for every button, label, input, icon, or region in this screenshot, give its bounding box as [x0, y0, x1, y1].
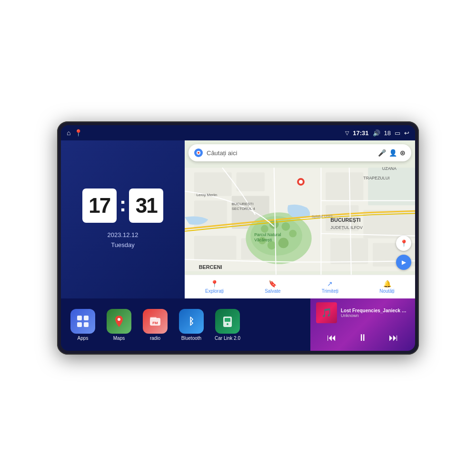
bottom-section: Apps Maps — [61, 298, 415, 351]
time-display: 17:31 — [353, 129, 368, 137]
svg-point-39 — [198, 152, 199, 154]
map-nav-explore[interactable]: 📍 Explorați — [205, 280, 224, 294]
music-thumb-art: 🎵 — [316, 302, 337, 323]
svg-point-20 — [278, 238, 289, 248]
app-icon-radio[interactable]: FM radio — [141, 309, 169, 341]
music-player: 🎵 Lost Frequencies_Janieck Devy-... Unkn… — [310, 298, 415, 351]
svg-point-16 — [261, 225, 268, 233]
maps-status-icon[interactable]: 📍 — [74, 129, 82, 137]
svg-text:ᛒ: ᛒ — [188, 316, 194, 327]
clock-minute: 31 — [129, 188, 163, 223]
app-icons-area: Apps Maps — [61, 298, 310, 351]
map-bottom-bar: 📍 Explorați 🔖 Salvate ↗ Trimiteți 🔔 — [185, 275, 415, 298]
music-controls: ⏮ ⏸ ⏭ — [316, 328, 409, 347]
voice-search-icon[interactable]: 🎤 — [378, 149, 386, 157]
home-icon[interactable]: ⌂ — [67, 129, 70, 137]
app-icon-apps[interactable]: Apps — [69, 309, 97, 341]
svg-rect-12 — [330, 238, 368, 264]
map-search-bar[interactable]: Căutați aici 🎤 👤 ⊛ — [188, 144, 411, 161]
svg-text:Parcul Natural: Parcul Natural — [254, 232, 281, 237]
svg-text:SECTORUL 4: SECTORUL 4 — [232, 207, 256, 211]
svg-point-18 — [281, 222, 290, 231]
maps-icon-img — [107, 309, 131, 334]
device-outer: ⌂ 📍 ▽ 17:31 🔊 18 ▭ ↩ 17 : — [57, 121, 419, 355]
svg-text:BUCUREȘTI: BUCUREȘTI — [330, 217, 360, 223]
svg-rect-8 — [326, 172, 363, 200]
svg-text:TRAPEZULUI: TRAPEZULUI — [363, 176, 389, 180]
music-thumbnail: 🎵 — [316, 302, 337, 323]
map-search-right: 🎤 👤 ⊛ — [378, 149, 406, 157]
prev-button[interactable]: ⏮ — [324, 330, 339, 345]
map-nav-send[interactable]: ↗ Trimiteți — [322, 280, 338, 294]
clock-date: 2023.12.12 Tuesday — [107, 230, 138, 250]
svg-text:UZANA: UZANA — [382, 166, 397, 171]
clock-separator: : — [119, 192, 127, 216]
svg-point-24 — [299, 180, 303, 184]
top-section: 17 : 31 2023.12.12 Tuesday — [61, 140, 415, 298]
app-icon-carlink[interactable]: Car Link 2.0 — [213, 309, 242, 341]
battery-icon: ▭ — [395, 129, 400, 137]
bluetooth-icon-img: ᛒ — [179, 309, 204, 334]
music-top: 🎵 Lost Frequencies_Janieck Devy-... Unkn… — [316, 302, 409, 323]
svg-text:JUDEȚUL ILFOV: JUDEȚUL ILFOV — [330, 225, 363, 230]
svg-rect-43 — [84, 322, 89, 327]
clock-panel: 17 : 31 2023.12.12 Tuesday — [61, 140, 185, 298]
radio-label: radio — [150, 336, 160, 341]
map-nav-news[interactable]: 🔔 Noutăți — [379, 280, 395, 294]
location-button[interactable]: 📍 — [396, 236, 411, 251]
volume-level: 18 — [384, 129, 391, 137]
svg-text:FM: FM — [152, 321, 158, 325]
status-left: ⌂ 📍 — [67, 129, 82, 137]
svg-rect-9 — [368, 168, 415, 205]
apps-label: Apps — [78, 336, 89, 341]
svg-text:Leroy Merlin: Leroy Merlin — [197, 193, 217, 197]
account-icon[interactable]: 👤 — [389, 149, 397, 157]
music-info: Lost Frequencies_Janieck Devy-... Unknow… — [341, 308, 409, 318]
svg-rect-40 — [77, 316, 82, 320]
svg-text:Văcărești: Văcărești — [254, 238, 272, 242]
svg-rect-50 — [225, 318, 230, 322]
navigate-button[interactable]: ▶ — [396, 255, 411, 270]
svg-point-19 — [289, 230, 297, 238]
svg-rect-6 — [194, 236, 237, 259]
music-title: Lost Frequencies_Janieck Devy-... — [341, 308, 409, 313]
status-bar: ⌂ 📍 ▽ 17:31 🔊 18 ▭ ↩ — [61, 125, 415, 140]
svg-text:BUCUREȘTI: BUCUREȘTI — [232, 202, 254, 206]
map-controls: 📍 ▶ — [396, 236, 411, 270]
play-pause-button[interactable]: ⏸ — [355, 330, 370, 345]
main-content: 17 : 31 2023.12.12 Tuesday — [61, 140, 415, 351]
svg-rect-3 — [237, 172, 265, 191]
clock-display: 17 : 31 — [82, 188, 164, 223]
map-search-text: Căutați aici — [207, 149, 374, 157]
clock-hour: 17 — [82, 188, 117, 223]
maps-logo-icon — [194, 149, 203, 157]
bluetooth-label: Bluetooth — [181, 336, 201, 341]
apps-icon-img — [70, 309, 95, 334]
map-panel[interactable]: TRAPEZULUI UZANA BUCUREȘTI JUDEȚUL ILFOV… — [185, 140, 415, 298]
svg-rect-47 — [150, 317, 157, 319]
maps-label: Maps — [113, 336, 125, 341]
carlink-icon-img — [215, 309, 240, 334]
music-artist: Unknown — [341, 313, 409, 318]
app-icon-bluetooth[interactable]: ᛒ Bluetooth — [177, 309, 206, 341]
svg-text:BERCENI: BERCENI — [199, 264, 222, 270]
svg-rect-42 — [77, 322, 82, 327]
map-nav-saved[interactable]: 🔖 Salvate — [265, 280, 280, 294]
device-screen: ⌂ 📍 ▽ 17:31 🔊 18 ▭ ↩ 17 : — [61, 125, 415, 351]
radio-icon-img: FM — [143, 309, 168, 334]
app-icon-maps[interactable]: Maps — [105, 309, 133, 341]
status-right: ▽ 17:31 🔊 18 ▭ ↩ — [345, 129, 409, 137]
next-button[interactable]: ⏭ — [386, 330, 401, 345]
back-icon[interactable]: ↩ — [404, 129, 409, 137]
volume-icon: 🔊 — [373, 129, 380, 137]
svg-point-51 — [227, 323, 228, 325]
carlink-label: Car Link 2.0 — [215, 336, 240, 341]
layers-icon[interactable]: ⊛ — [400, 149, 406, 157]
signal-icon: ▽ — [345, 130, 349, 136]
svg-point-44 — [118, 318, 120, 321]
svg-rect-41 — [84, 316, 89, 320]
